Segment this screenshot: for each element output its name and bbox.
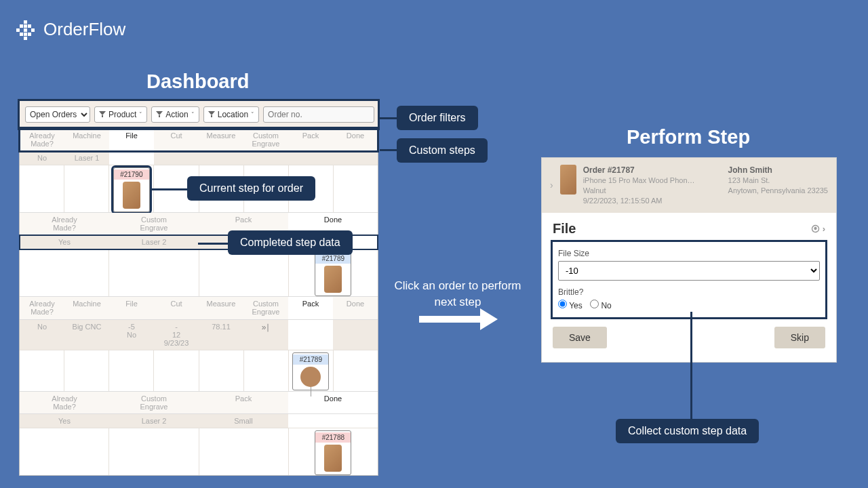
step-header-cell: AlreadyMade? bbox=[20, 129, 64, 150]
step-data-cell: »∣ bbox=[243, 320, 288, 350]
step-header-cell: File bbox=[109, 297, 154, 319]
step-data-cell: Laser 2 bbox=[109, 414, 199, 428]
step-data-cell: No bbox=[20, 320, 64, 350]
funnel-icon bbox=[156, 111, 163, 118]
product-thumbnail bbox=[324, 266, 342, 293]
step-header-cell: Done bbox=[288, 392, 378, 413]
step-data-cell: Yes bbox=[20, 414, 109, 428]
dashboard-title: Dashboard bbox=[146, 70, 249, 93]
funnel-icon bbox=[99, 111, 106, 118]
product-filter[interactable]: Product˅ bbox=[94, 106, 147, 123]
callout-collect: Collect custom step data bbox=[616, 419, 759, 443]
order-id: #21789 bbox=[293, 354, 328, 365]
order-slot-row: #21788 bbox=[20, 428, 378, 475]
chevron-down-icon: ˅ bbox=[139, 111, 142, 118]
brand-logo: OrderFlow bbox=[16, 19, 125, 40]
product-thumbnail bbox=[324, 445, 342, 472]
customer-info: John Smith 123 Main St. Anytown, Pennsyl… bbox=[728, 165, 828, 206]
step-data-cell: Small bbox=[199, 414, 288, 428]
product-thumbnail bbox=[123, 182, 140, 209]
step-header-cell: CustomEngrave bbox=[109, 213, 199, 235]
step-data-row: YesLaser 2Small bbox=[20, 414, 378, 428]
step-header-cell: Measure bbox=[199, 129, 243, 150]
step-data-cell: Yes bbox=[20, 235, 109, 249]
file-size-label: File Size bbox=[558, 249, 820, 258]
step-data-row: NoBig CNC-5No-129/23/2378.11»∣ bbox=[20, 320, 378, 350]
brittle-no[interactable]: No bbox=[590, 301, 612, 310]
step-header-cell: Done bbox=[333, 297, 378, 319]
step-data-cell bbox=[288, 414, 378, 428]
step-data-cell bbox=[109, 151, 154, 165]
arrow-icon bbox=[419, 312, 500, 325]
dashboard-panel: Open Orders Product˅ Action˅ Location˅ A… bbox=[19, 100, 378, 476]
step-header-cell: AlreadyMade? bbox=[20, 392, 109, 413]
step-header-cell: Machine bbox=[64, 297, 109, 319]
step-header-cell: AlreadyMade? bbox=[20, 213, 109, 235]
step-header-cell: AlreadyMade? bbox=[20, 297, 64, 319]
fast-forward-icon: »∣ bbox=[262, 323, 271, 332]
step-title: File ⦿ › bbox=[553, 221, 825, 237]
product-thumbnail bbox=[300, 367, 321, 387]
chevron-down-icon: ˅ bbox=[251, 111, 254, 118]
order-card[interactable]: #21790 bbox=[113, 167, 150, 212]
step-header-cell: Pack bbox=[199, 392, 288, 413]
step-data-row: NoLaser 1 bbox=[20, 151, 378, 165]
step-data-cell bbox=[154, 151, 199, 165]
funnel-icon bbox=[208, 111, 215, 118]
callout-filters: Order filters bbox=[397, 106, 478, 130]
save-button[interactable]: Save bbox=[553, 327, 607, 348]
step-header-cell: CustomEngrave bbox=[243, 297, 288, 319]
order-id: #21789 bbox=[315, 253, 351, 264]
step-header-cell: Cut bbox=[154, 297, 199, 319]
logo-icon bbox=[16, 20, 35, 39]
order-no-input[interactable] bbox=[263, 106, 374, 123]
action-filter[interactable]: Action˅ bbox=[151, 106, 199, 123]
step-data-cell: Laser 2 bbox=[109, 235, 199, 249]
callout-completed: Completed step data bbox=[228, 230, 353, 255]
step-data-cell: 78.11 bbox=[199, 320, 243, 350]
step-data-cell: Laser 1 bbox=[64, 151, 109, 165]
step-header-cell: Done bbox=[333, 129, 378, 150]
order-card[interactable]: #21789 bbox=[315, 251, 351, 296]
brand-name: OrderFlow bbox=[43, 19, 125, 40]
order-id: #21788 bbox=[315, 432, 351, 443]
open-orders-select[interactable]: Open Orders bbox=[25, 106, 90, 123]
step-data-cell: Big CNC bbox=[64, 320, 109, 350]
step-data-cell bbox=[288, 320, 333, 350]
brittle-label: Brittle? bbox=[558, 287, 820, 297]
step-header-cell: CustomEngrave bbox=[109, 392, 199, 413]
steps-header: AlreadyMade?MachineFileCutMeasureCustomE… bbox=[20, 128, 378, 151]
perform-panel: › Order #21787 iPhone 15 Pro Max Wood Ph… bbox=[541, 157, 837, 363]
order-slot-row: #21789 bbox=[20, 249, 378, 296]
back-icon[interactable]: › bbox=[550, 180, 553, 190]
step-header-cell: Pack bbox=[288, 297, 333, 319]
step-nav-icons[interactable]: ⦿ › bbox=[811, 224, 825, 234]
step-data-cell bbox=[243, 151, 288, 165]
order-id: #21790 bbox=[114, 169, 149, 180]
steps-header: AlreadyMade?CustomEngravePackDone bbox=[20, 391, 378, 414]
step-header-cell: Machine bbox=[64, 129, 109, 150]
brittle-yes[interactable]: Yes bbox=[558, 301, 583, 310]
step-data-cell: -129/23/23 bbox=[154, 320, 199, 350]
step-header-cell: Pack bbox=[288, 129, 333, 150]
step-form: File Size -10 Brittle? Yes No bbox=[553, 242, 825, 317]
skip-button[interactable]: Skip bbox=[774, 327, 825, 348]
file-size-select[interactable]: -10 bbox=[558, 261, 820, 281]
step-header-cell: File bbox=[109, 129, 154, 150]
order-card[interactable]: #21789 bbox=[292, 352, 329, 390]
steps-header: AlreadyMade?MachineFileCutMeasureCustomE… bbox=[20, 296, 378, 319]
filter-bar: Open Orders Product˅ Action˅ Location˅ bbox=[20, 101, 378, 128]
order-card[interactable]: #21788 bbox=[315, 430, 351, 475]
perform-header: › Order #21787 iPhone 15 Pro Max Wood Ph… bbox=[542, 158, 836, 213]
step-header-cell: Cut bbox=[154, 129, 199, 150]
perform-title: Perform Step bbox=[627, 126, 750, 148]
location-filter[interactable]: Location˅ bbox=[203, 106, 259, 123]
order-info: Order #21787 iPhone 15 Pro Max Wood Phon… bbox=[583, 165, 695, 206]
product-thumbnail bbox=[560, 165, 576, 195]
step-data-cell: No bbox=[20, 151, 64, 165]
step-data-cell bbox=[333, 151, 378, 165]
callout-click: Click an order to perform next step bbox=[393, 278, 522, 310]
step-data-cell bbox=[199, 151, 243, 165]
step-data-cell bbox=[288, 151, 333, 165]
callout-current: Current step for order bbox=[187, 176, 315, 201]
